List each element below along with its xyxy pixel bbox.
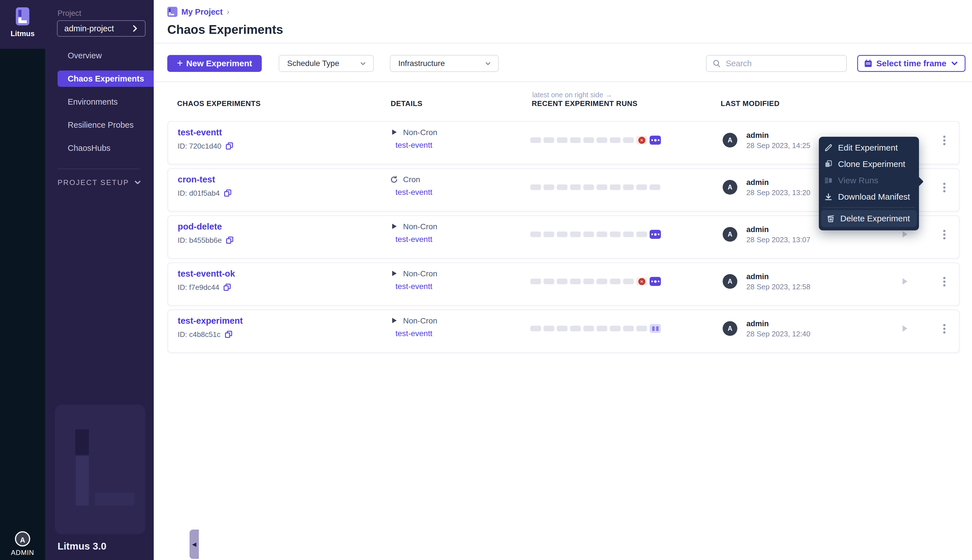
copy-icon[interactable] [223, 283, 232, 292]
run-slot-placeholder [610, 184, 620, 190]
run-running-badge[interactable] [650, 230, 661, 239]
left-rail: Litmus A ADMIN [0, 0, 45, 560]
experiment-name-link[interactable]: test-eventt [178, 127, 222, 138]
experiment-name-link[interactable]: pod-delete [178, 222, 222, 232]
copy-icon[interactable] [224, 330, 233, 339]
run-slot-placeholder [597, 232, 607, 237]
project-setup-toggle[interactable]: PROJECT SETUP [58, 177, 142, 188]
run-slot-placeholder [544, 137, 554, 143]
run-slot-placeholder [610, 232, 620, 237]
recent-runs [530, 169, 660, 205]
run-slot-placeholder [544, 278, 554, 284]
menu-item-delete-experiment[interactable]: Delete Experiment [821, 210, 917, 227]
column-header-experiments: CHAOS EXPERIMENTS [177, 99, 261, 108]
copy-icon[interactable] [223, 188, 232, 198]
run-slot-placeholder [583, 326, 594, 331]
sidebar-item-environments[interactable]: Environments [45, 93, 154, 110]
breadcrumb-my-project[interactable]: My Project [182, 7, 223, 17]
run-slot-placeholder [557, 326, 567, 331]
sidebar-divider [58, 168, 140, 169]
calendar-icon [864, 59, 873, 68]
copy-icon[interactable] [225, 236, 234, 245]
sidebar-item-overview[interactable]: Overview [45, 47, 154, 64]
litmus-logo[interactable] [16, 7, 29, 25]
search-input[interactable] [725, 58, 840, 68]
project-select[interactable]: admin-project [57, 20, 145, 37]
cron-icon [390, 175, 398, 184]
modified-at: 28 Sep 2023, 13:20 [746, 188, 810, 197]
project-select-value: admin-project [64, 24, 130, 33]
experiment-name-link[interactable]: test-experiment [178, 316, 243, 326]
menu-item-download-manifest[interactable]: Download Manifest [819, 188, 919, 205]
chevron-down-icon [133, 178, 142, 187]
experiment-name-link[interactable]: test-eventt-ok [178, 269, 235, 279]
experiment-id: ID: 720c1d40 [178, 142, 234, 150]
row-menu-button[interactable] [939, 181, 950, 194]
sidebar-item-chaoshubs[interactable]: ChaosHubs [45, 140, 154, 156]
schedule-type-select[interactable]: Schedule Type [279, 55, 374, 72]
search-icon [712, 59, 721, 68]
select-time-frame-button[interactable]: Select time frame [857, 55, 965, 72]
sidebar-collapse-button[interactable]: ◀ [190, 530, 199, 559]
infrastructure-link[interactable]: test-eventt [395, 235, 432, 244]
row-menu-button[interactable] [939, 228, 950, 241]
modified-by: admin [746, 131, 769, 140]
experiment-name-link[interactable]: cron-test [178, 175, 215, 185]
run-slot-placeholder [544, 326, 554, 331]
infrastructure-select[interactable]: Infrastructure [390, 55, 499, 72]
new-experiment-button[interactable]: + New Experiment [167, 55, 262, 72]
experiment-row: test-eventt-ok ID: f7e9dc44 Non-Cron tes… [168, 263, 960, 306]
run-paused-badge[interactable] [650, 324, 661, 333]
infrastructure-link[interactable]: test-eventt [395, 282, 432, 291]
run-experiment-button[interactable] [900, 277, 909, 286]
run-running-badge[interactable] [650, 277, 661, 286]
menu-item-view-runs[interactable]: View Runs [819, 172, 919, 188]
row-menu-button[interactable] [939, 275, 950, 288]
run-failed-badge[interactable]: ✕ [636, 277, 647, 286]
infrastructure-link[interactable]: test-eventt [395, 141, 432, 150]
run-running-badge[interactable] [650, 136, 661, 145]
admin-block[interactable]: A ADMIN [0, 531, 45, 557]
infrastructure-link[interactable]: test-eventt [395, 329, 432, 338]
runs-order-note: latest one on right side → [532, 91, 612, 99]
run-slot-placeholder [623, 232, 634, 237]
run-slot-placeholder [610, 137, 620, 143]
run-slot-placeholder [530, 232, 541, 237]
sidebar-item-resilience-probes[interactable]: Resilience Probes [45, 117, 154, 133]
page-title: Chaos Experiments [167, 23, 283, 37]
sidebar-item-chaos-experiments[interactable]: Chaos Experiments [58, 70, 154, 87]
experiment-id: ID: c4b8c51c [178, 330, 233, 339]
recent-runs [530, 310, 661, 347]
run-slot-placeholder [636, 326, 647, 331]
schedule-type-cell: Non-Cron [390, 317, 437, 325]
modified-at: 28 Sep 2023, 13:07 [746, 235, 810, 244]
modified-by: admin [746, 178, 769, 187]
sidebar: Project admin-project Overview Chaos Exp… [45, 0, 154, 560]
menu-item-clone-experiment[interactable]: Clone Experiment [819, 156, 919, 172]
run-experiment-button[interactable] [900, 324, 909, 333]
user-avatar: A [723, 274, 737, 289]
run-slot-placeholder [610, 326, 620, 331]
modified-by: admin [746, 320, 769, 328]
run-slot-placeholder [530, 184, 541, 190]
row-menu-button[interactable] [939, 134, 950, 147]
app-version: Litmus 3.0 [58, 540, 106, 552]
menu-item-edit-experiment[interactable]: Edit Experiment [819, 140, 919, 156]
row-menu-button[interactable] [939, 323, 950, 335]
modified-at: 28 Sep 2023, 14:25 [746, 141, 810, 150]
litmus-app: { "colors":{"accent":"#5b44dc","link":"#… [0, 0, 972, 560]
run-slot-placeholder [530, 278, 541, 284]
run-slot-placeholder [570, 184, 581, 190]
run-slot-placeholder [557, 137, 567, 143]
play-icon [390, 128, 398, 137]
menu-divider [823, 207, 915, 208]
rail-brand-block: Litmus [0, 0, 45, 49]
play-icon [390, 269, 398, 278]
admin-avatar[interactable]: A [15, 531, 30, 547]
run-failed-badge[interactable]: ✕ [636, 136, 647, 144]
copy-icon[interactable] [225, 142, 234, 150]
run-experiment-button[interactable] [900, 230, 909, 239]
infrastructure-link[interactable]: test-eventt [395, 188, 432, 197]
user-avatar: A [723, 180, 737, 195]
modified-by: admin [746, 225, 769, 234]
